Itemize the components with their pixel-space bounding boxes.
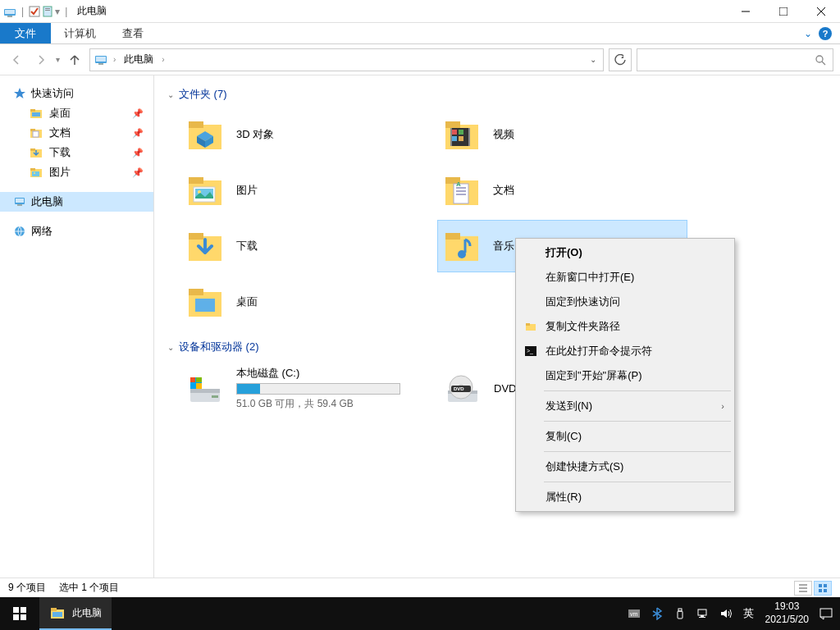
breadcrumb-root[interactable]: 此电脑 — [121, 52, 157, 66]
svg-rect-102 — [820, 609, 832, 617]
qat-checkbox-icon[interactable] — [29, 6, 40, 17]
svg-rect-78 — [526, 323, 530, 326]
sidebar-item-label: 图片 — [49, 165, 71, 180]
content-area: ⌄ 文件夹 (7) 3D 对象 视频 图片 A 文档 下载 — [154, 75, 840, 578]
forward-button[interactable] — [31, 50, 51, 70]
svg-rect-41 — [450, 128, 452, 146]
folder-label: 视频 — [493, 127, 514, 142]
dvd-icon: DVD — [443, 369, 482, 409]
sidebar-item-pictures[interactable]: 图片 📌 — [0, 162, 153, 182]
svg-rect-87 — [824, 589, 827, 592]
drive-local-c[interactable]: 本地磁盘 (C:) 51.0 GB 可用，共 59.4 GB — [180, 361, 418, 416]
chevron-down-icon: ⌄ — [167, 90, 174, 99]
start-button[interactable] — [0, 597, 39, 630]
back-button[interactable] — [7, 50, 26, 70]
svg-rect-25 — [30, 168, 35, 171]
qat-dropdown-icon[interactable]: ▾ — [55, 6, 60, 17]
folder-desktop[interactable]: 桌面 — [180, 276, 431, 328]
ctx-copy[interactable]: 复制(C) — [518, 424, 733, 449]
pin-icon: 📌 — [132, 148, 144, 158]
recent-locations-icon[interactable]: ▾ — [56, 55, 60, 64]
svg-rect-52 — [456, 190, 466, 192]
sidebar-item-downloads[interactable]: 下载 📌 — [0, 143, 153, 162]
view-tiles-button[interactable] — [814, 581, 832, 596]
sidebar-item-label: 桌面 — [49, 106, 71, 121]
view-details-button[interactable] — [794, 581, 812, 596]
clock-date: 2021/5/20 — [765, 614, 809, 627]
qat-properties-icon[interactable] — [42, 6, 53, 17]
sidebar-item-desktop[interactable]: 桌面 📌 — [0, 103, 153, 123]
view-tab[interactable]: 查看 — [109, 23, 157, 43]
ctx-send-to[interactable]: 发送到(N)› — [518, 394, 733, 418]
address-bar[interactable]: › 此电脑 › ⌄ — [89, 48, 604, 71]
svg-rect-85 — [824, 584, 827, 587]
ribbon-expand-icon[interactable]: ⌄ — [804, 28, 812, 39]
chevron-right-icon: › — [721, 401, 724, 411]
folder-3d-objects[interactable]: 3D 对象 — [180, 108, 431, 161]
tray-usb-icon[interactable] — [673, 607, 687, 620]
ctx-separator — [544, 482, 731, 482]
tray-volume-icon[interactable] — [719, 607, 733, 620]
maximize-button[interactable] — [765, 0, 802, 23]
section-folders[interactable]: ⌄ 文件夹 (7) — [167, 87, 827, 102]
taskbar-explorer[interactable]: 此电脑 — [39, 597, 112, 630]
svg-rect-56 — [189, 233, 203, 240]
svg-rect-44 — [189, 177, 203, 184]
up-button[interactable] — [65, 50, 84, 70]
svg-rect-86 — [819, 589, 822, 592]
tray-notifications-icon[interactable] — [819, 606, 833, 621]
folder-pictures[interactable]: 图片 — [180, 164, 431, 217]
svg-rect-89 — [21, 607, 26, 613]
ctx-open-cmd[interactable]: >_ 在此处打开命令提示符 — [518, 339, 733, 363]
search-box[interactable] — [637, 48, 833, 71]
tray-ime[interactable]: 英 — [742, 607, 756, 620]
status-bar: 9 个项目 选中 1 个项目 — [0, 578, 840, 597]
window-title: 此电脑 — [77, 4, 107, 18]
chevron-down-icon: ⌄ — [167, 343, 174, 352]
computer-tab[interactable]: 计算机 — [51, 23, 109, 43]
folder-label: 图片 — [236, 183, 258, 198]
file-tab[interactable]: 文件 — [0, 23, 51, 43]
ribbon-bar: 文件 计算机 查看 ⌄ ? — [0, 23, 840, 44]
breadcrumb-sep-icon[interactable]: › — [113, 55, 116, 64]
svg-rect-6 — [45, 10, 50, 11]
sidebar-this-pc[interactable]: 此电脑 — [0, 192, 153, 212]
clock-time: 19:03 — [765, 600, 809, 614]
ctx-open-new-window[interactable]: 在新窗口中打开(E) — [518, 265, 733, 290]
folder-label: 文档 — [493, 183, 514, 198]
sidebar-item-documents[interactable]: 文档 📌 — [0, 123, 153, 143]
svg-rect-40 — [459, 136, 463, 141]
folder-video[interactable]: 视频 — [437, 108, 687, 161]
help-icon[interactable]: ? — [819, 27, 832, 40]
folder-label: 音乐 — [493, 239, 514, 253]
ctx-pin-quick-access[interactable]: 固定到快速访问 — [518, 290, 733, 314]
tray-vm-icon[interactable]: vm — [628, 607, 641, 620]
sidebar-quick-access[interactable]: 快速访问 — [0, 84, 153, 103]
folder-video-icon — [442, 115, 482, 154]
close-button[interactable] — [802, 0, 840, 23]
section-title: 文件夹 (7) — [179, 87, 227, 102]
svg-rect-61 — [189, 289, 203, 295]
address-dropdown-icon[interactable]: ⌄ — [590, 55, 596, 64]
svg-text:>_: >_ — [527, 348, 533, 354]
svg-point-59 — [458, 250, 466, 258]
tray-bluetooth-icon[interactable] — [651, 607, 664, 620]
svg-rect-98 — [678, 609, 682, 611]
ctx-create-shortcut[interactable]: 创建快捷方式(S) — [518, 454, 733, 479]
ctx-properties[interactable]: 属性(R) — [518, 485, 733, 509]
tray-network-icon[interactable] — [696, 607, 710, 620]
folder-documents[interactable]: A 文档 — [437, 164, 687, 217]
ctx-pin-start[interactable]: 固定到"开始"屏幕(P) — [518, 363, 733, 388]
sidebar-network[interactable]: 网络 — [0, 221, 153, 241]
svg-rect-29 — [16, 199, 24, 203]
breadcrumb-sep-icon[interactable]: › — [162, 55, 164, 64]
refresh-button[interactable] — [609, 48, 632, 71]
drive-usage-bar — [236, 383, 400, 395]
ctx-copy-path[interactable]: 复制文件夹路径 — [518, 314, 733, 339]
ctx-open[interactable]: 打开(O) — [518, 240, 733, 265]
minimize-button[interactable] — [727, 0, 765, 23]
folder-downloads[interactable]: 下载 — [180, 220, 431, 272]
svg-point-14 — [816, 56, 823, 62]
tray-clock[interactable]: 19:03 2021/5/20 — [765, 600, 809, 626]
folder-icon — [30, 126, 43, 139]
